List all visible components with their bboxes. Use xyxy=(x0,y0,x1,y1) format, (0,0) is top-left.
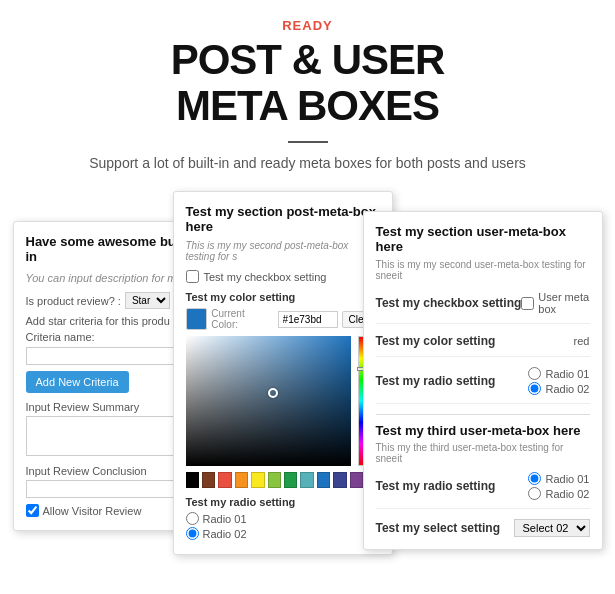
title-divider xyxy=(288,141,328,143)
color-swatch[interactable] xyxy=(186,308,208,330)
current-color-label: Current Color: xyxy=(211,308,273,330)
ready-badge: READY xyxy=(0,18,615,33)
color-swatch-item[interactable] xyxy=(218,472,231,488)
add-criteria-button[interactable]: Add New Criteria xyxy=(26,371,129,393)
checkbox-setting-row: Test my checkbox setting User meta box xyxy=(376,291,590,324)
color-swatch-item[interactable] xyxy=(186,472,199,488)
color-swatch-item[interactable] xyxy=(251,472,264,488)
color-swatch-item[interactable] xyxy=(350,472,363,488)
checkbox-setting-label: Test my checkbox setting xyxy=(376,296,522,310)
middle-checkbox-label: Test my checkbox setting xyxy=(204,271,327,283)
page-subtitle: Support a lot of built-in and ready meta… xyxy=(0,155,615,171)
color-swatch-item[interactable] xyxy=(333,472,346,488)
card-right-title: Test my section user-meta-box here xyxy=(376,224,590,254)
radio-setting-label-middle: Test my radio setting xyxy=(186,496,380,508)
color-swatch-item[interactable] xyxy=(284,472,297,488)
color-swatch-item[interactable] xyxy=(317,472,330,488)
section-divider xyxy=(376,414,590,415)
third-radio-01[interactable] xyxy=(528,472,541,485)
user-meta-checkbox: User meta box xyxy=(521,291,589,315)
card-middle-desc: This is my my second post-meta-box testi… xyxy=(186,240,380,262)
color-swatch-item[interactable] xyxy=(202,472,215,488)
radio-row-01-middle: Radio 01 xyxy=(186,512,380,525)
radio-02-right[interactable] xyxy=(528,382,541,395)
product-review-label: Is product review? : xyxy=(26,295,121,307)
color-swatch-item[interactable] xyxy=(268,472,281,488)
cards-area: Have some awesome built-in You can input… xyxy=(13,191,603,551)
card-right-desc: This is my my second user-meta-box testi… xyxy=(376,259,590,281)
color-swatch-item[interactable] xyxy=(235,472,248,488)
radio-01-row-right: Radio 01 xyxy=(528,367,589,380)
color-swatch-item[interactable] xyxy=(300,472,313,488)
allow-visitor-checkbox[interactable] xyxy=(26,504,39,517)
color-swatches xyxy=(186,472,380,488)
third-radio-01-row: Radio 01 xyxy=(528,472,589,485)
radio-options-right: Radio 01 Radio 02 xyxy=(528,367,589,395)
color-hex-input[interactable] xyxy=(278,311,338,328)
card-middle-title: Test my section post-meta-box here xyxy=(186,204,380,234)
radio-01-label-middle: Radio 01 xyxy=(203,513,247,525)
radio-setting-label-right: Test my radio setting xyxy=(376,374,496,388)
radio-01-right[interactable] xyxy=(528,367,541,380)
radio-setting-row: Test my radio setting Radio 01 Radio 02 xyxy=(376,367,590,404)
color-setting-row: Test my color setting red xyxy=(376,334,590,357)
color-value: red xyxy=(574,335,590,347)
third-box-desc: This my the third user-meta-box testing … xyxy=(376,442,590,464)
third-radio-02-label: Radio 02 xyxy=(545,488,589,500)
color-setting-label: Test my color setting xyxy=(186,291,380,303)
radio-02-row-right: Radio 02 xyxy=(528,382,589,395)
radio-row-02-middle: Radio 02 xyxy=(186,527,380,540)
color-toolbar: Current Color: Clear xyxy=(186,308,380,330)
radio-01-label-right: Radio 01 xyxy=(545,368,589,380)
radio-02-middle[interactable] xyxy=(186,527,199,540)
color-picker-dot xyxy=(268,388,278,398)
page-title: POST & USER META BOXES xyxy=(0,37,615,129)
third-radio-row: Test my radio setting Radio 01 Radio 02 xyxy=(376,472,590,509)
radio-02-label-middle: Radio 02 xyxy=(203,528,247,540)
middle-checkbox[interactable] xyxy=(186,270,199,283)
third-radio-02-row: Radio 02 xyxy=(528,487,589,500)
select-setting-label: Test my select setting xyxy=(376,521,501,535)
color-gradient xyxy=(186,336,351,466)
middle-checkbox-row: Test my checkbox setting xyxy=(186,270,380,283)
allow-visitor-label: Allow Visitor Review xyxy=(43,505,142,517)
card-right: Test my section user-meta-box here This … xyxy=(363,211,603,550)
select-setting-row: Test my select setting Select 01 Select … xyxy=(376,519,590,537)
page-header: READY POST & USER META BOXES Support a l… xyxy=(0,0,615,181)
user-meta-checkbox-input[interactable] xyxy=(521,297,534,310)
third-radio-01-label: Radio 01 xyxy=(545,473,589,485)
user-meta-box-label: User meta box xyxy=(538,291,589,315)
select-setting-select[interactable]: Select 01 Select 02 Select 03 xyxy=(514,519,590,537)
color-picker-area[interactable] xyxy=(186,336,376,466)
third-radio-02[interactable] xyxy=(528,487,541,500)
product-review-select[interactable]: Star xyxy=(125,292,170,309)
third-box-title: Test my third user-meta-box here xyxy=(376,423,590,438)
third-radio-label: Test my radio setting xyxy=(376,479,496,493)
radio-01-middle[interactable] xyxy=(186,512,199,525)
color-setting-label-right: Test my color setting xyxy=(376,334,496,348)
third-radio-options: Radio 01 Radio 02 xyxy=(528,472,589,500)
card-middle: Test my section post-meta-box here This … xyxy=(173,191,393,555)
radio-02-label-right: Radio 02 xyxy=(545,383,589,395)
